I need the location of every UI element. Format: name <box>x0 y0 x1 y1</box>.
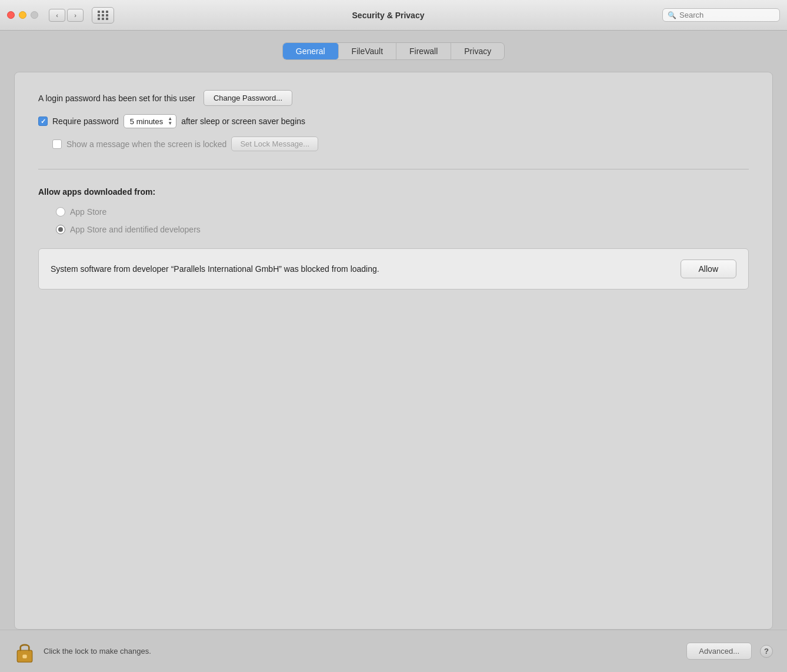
back-button[interactable]: ‹ <box>49 9 65 22</box>
bottom-bar: Click the lock to make changes. Advanced… <box>0 630 787 672</box>
change-password-button[interactable]: Change Password... <box>204 90 292 106</box>
window-title: Security & Privacy <box>120 11 656 20</box>
tab-privacy[interactable]: Privacy <box>451 43 504 59</box>
minimize-button[interactable] <box>19 11 26 19</box>
login-password-text: A login password has been set for this u… <box>38 94 195 103</box>
svg-rect-1 <box>22 654 26 658</box>
dropdown-arrows-icon: ▲ ▼ <box>168 117 172 126</box>
require-password-label: Require password <box>52 117 119 126</box>
app-store-developers-label: App Store and identified developers <box>70 225 201 234</box>
require-password-row: Require password 5 minutes ▲ ▼ after sle… <box>38 114 749 128</box>
app-store-radio-row: App Store <box>56 207 749 217</box>
password-interval-value: 5 minutes <box>130 117 163 126</box>
allow-apps-section: Allow apps downloaded from: App Store Ap… <box>38 187 749 290</box>
app-store-radio[interactable] <box>56 207 65 217</box>
allow-apps-title: Allow apps downloaded from: <box>38 187 749 197</box>
grid-dots-icon <box>98 11 109 20</box>
password-section: A login password has been set for this u… <box>38 90 749 151</box>
traffic-lights <box>7 11 38 19</box>
allow-button[interactable]: Allow <box>681 260 736 278</box>
lock-icon[interactable] <box>14 640 35 663</box>
lock-text: Click the lock to make changes. <box>44 647 678 656</box>
after-sleep-text: after sleep or screen saver begins <box>181 117 305 126</box>
search-input[interactable] <box>679 11 775 19</box>
section-divider <box>38 169 749 169</box>
app-store-developers-radio-row: App Store and identified developers <box>56 225 749 234</box>
search-box[interactable]: 🔍 <box>662 8 780 22</box>
app-grid-button[interactable] <box>92 7 114 24</box>
forward-button[interactable]: › <box>67 9 84 22</box>
app-store-developers-radio[interactable] <box>56 225 65 234</box>
lock-message-row: Show a message when the screen is locked… <box>52 137 749 151</box>
search-icon: 🔍 <box>668 11 676 19</box>
set-lock-message-button[interactable]: Set Lock Message... <box>231 137 318 151</box>
app-store-label: App Store <box>70 207 106 217</box>
maximize-button[interactable] <box>31 11 38 19</box>
close-button[interactable] <box>7 11 15 19</box>
tab-firewall[interactable]: Firewall <box>396 43 451 59</box>
system-software-box: System software from developer “Parallel… <box>38 248 749 290</box>
system-software-message: System software from developer “Parallel… <box>51 263 379 275</box>
tabs-row: General FileVault Firewall Privacy <box>14 42 773 60</box>
main-content: General FileVault Firewall Privacy A log… <box>0 31 787 630</box>
login-password-row: A login password has been set for this u… <box>38 90 749 106</box>
password-interval-dropdown[interactable]: 5 minutes ▲ ▼ <box>124 114 176 128</box>
show-message-label: Show a message when the screen is locked <box>66 139 226 149</box>
require-password-checkbox[interactable] <box>38 117 48 126</box>
settings-panel: A login password has been set for this u… <box>14 72 773 630</box>
nav-buttons: ‹ › <box>49 9 84 22</box>
show-message-checkbox[interactable] <box>52 139 62 149</box>
tab-filevault[interactable]: FileVault <box>339 43 396 59</box>
help-button[interactable]: ? <box>760 645 773 658</box>
arrow-down-icon: ▼ <box>168 121 172 126</box>
tabs-container: General FileVault Firewall Privacy <box>282 42 505 60</box>
tab-general[interactable]: General <box>283 43 339 59</box>
advanced-button[interactable]: Advanced... <box>686 643 752 660</box>
titlebar: ‹ › Security & Privacy 🔍 <box>0 0 787 31</box>
